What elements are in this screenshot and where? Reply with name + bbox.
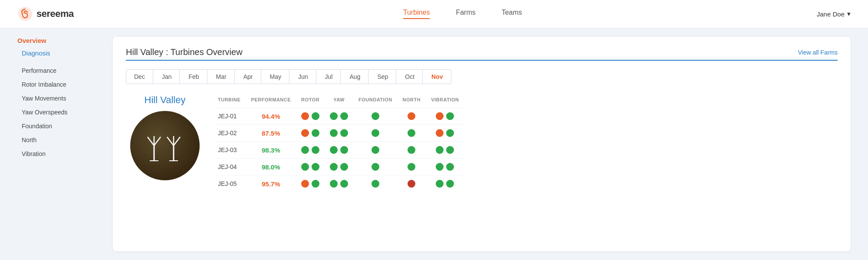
green-dot — [340, 146, 348, 154]
turbine-name[interactable]: JEJ-05 — [213, 176, 246, 192]
table-row: JEJ-0287.5% — [213, 125, 464, 142]
turbine-table: TURBINE PERFORMANCE ROTOR YAW FOUNDATION… — [213, 94, 464, 192]
table-row: JEJ-0398.3% — [213, 142, 464, 159]
green-dot — [340, 112, 348, 120]
rotor-dots — [296, 108, 325, 125]
tab-oct[interactable]: Oct — [397, 70, 423, 84]
green-dot — [301, 163, 309, 171]
view-all-farms-link[interactable]: View all Farms — [798, 49, 838, 56]
tab-dec[interactable]: Dec — [126, 70, 153, 84]
green-dot — [312, 163, 319, 171]
sidebar-item-vibration[interactable]: Vibration — [17, 147, 104, 161]
sidebar-item-foundation[interactable]: Foundation — [17, 119, 104, 133]
north-dots — [398, 125, 426, 142]
sidebar: Overview Diagnosis Performance Rotor Imb… — [17, 37, 104, 251]
green-dot — [312, 129, 319, 137]
rotor-dots — [296, 125, 325, 142]
orange-dot — [436, 129, 444, 137]
yaw-dots — [325, 142, 353, 159]
sidebar-item-yaw-movements[interactable]: Yaw Movements — [17, 91, 104, 105]
tab-nov[interactable]: Nov — [424, 70, 450, 84]
sidebar-overview[interactable]: Overview — [17, 37, 104, 44]
green-dot — [446, 163, 454, 171]
month-tabs: Dec Jan Feb Mar Apr May Jun Jul Aug Sep … — [126, 69, 451, 84]
turbine-name[interactable]: JEJ-03 — [213, 142, 246, 159]
orange-dot — [408, 112, 415, 120]
red-dot — [408, 180, 415, 188]
green-dot — [372, 112, 379, 120]
turbine-table-wrapper: TURBINE PERFORMANCE ROTOR YAW FOUNDATION… — [213, 94, 838, 192]
tab-mar[interactable]: Mar — [208, 70, 235, 84]
content-area: Hill Valley : Turbines Overview View all… — [113, 37, 851, 251]
tab-feb[interactable]: Feb — [181, 70, 207, 84]
green-dot — [446, 129, 454, 137]
turbine-name[interactable]: JEJ-01 — [213, 108, 246, 125]
tab-jul[interactable]: Jul — [317, 70, 341, 84]
nav-turbines[interactable]: Turbines — [403, 9, 430, 19]
sidebar-item-north[interactable]: North — [17, 133, 104, 147]
foundation-dots — [353, 176, 398, 192]
tab-may[interactable]: May — [262, 70, 289, 84]
nav-teams[interactable]: Teams — [502, 9, 522, 19]
vibration-dots — [426, 159, 464, 176]
nav-farms[interactable]: Farms — [456, 9, 475, 19]
page-title: Hill Valley : Turbines Overview — [126, 47, 243, 57]
yaw-dots — [325, 159, 353, 176]
green-dot — [436, 180, 444, 188]
col-header-performance: PERFORMANCE — [246, 94, 296, 108]
green-dot — [408, 146, 415, 154]
vibration-dots — [426, 108, 464, 125]
green-dot — [372, 180, 379, 188]
svg-line-2 — [148, 137, 154, 146]
yaw-dots — [325, 176, 353, 192]
orange-dot — [301, 112, 309, 120]
performance-value: 98.0% — [246, 159, 296, 176]
orange-dot — [436, 112, 444, 120]
orange-dot — [301, 129, 309, 137]
farm-image-area: Hill Valley — [126, 94, 204, 180]
sidebar-item-performance[interactable]: Performance — [17, 64, 104, 78]
rotor-dots — [296, 159, 325, 176]
turbine-name[interactable]: JEJ-04 — [213, 159, 246, 176]
user-name: Jane Doe — [817, 10, 845, 18]
foundation-dots — [353, 142, 398, 159]
vibration-dots — [426, 142, 464, 159]
nav-links: Turbines Farms Teams — [108, 9, 817, 19]
green-dot — [301, 146, 309, 154]
turbine-name[interactable]: JEJ-02 — [213, 125, 246, 142]
user-menu[interactable]: Jane Doe ▾ — [817, 10, 851, 18]
north-dots — [398, 176, 426, 192]
green-dot — [436, 146, 444, 154]
rotor-dots — [296, 142, 325, 159]
col-header-vibration: VIBRATION — [426, 94, 464, 108]
title-divider — [126, 60, 838, 61]
performance-value: 98.3% — [246, 142, 296, 159]
green-dot — [436, 163, 444, 171]
green-dot — [372, 129, 379, 137]
tab-apr[interactable]: Apr — [236, 70, 261, 84]
sereema-logo-icon — [17, 6, 33, 22]
green-dot — [330, 129, 338, 137]
logo-area: sereema — [17, 6, 74, 22]
green-dot — [340, 180, 348, 188]
col-header-turbine: TURBINE — [213, 94, 246, 108]
content-header: Hill Valley : Turbines Overview View all… — [126, 47, 838, 57]
green-dot — [446, 112, 454, 120]
table-row: JEJ-0595.7% — [213, 176, 464, 192]
green-dot — [372, 146, 379, 154]
tab-jun[interactable]: Jun — [290, 70, 316, 84]
svg-line-3 — [154, 137, 161, 146]
tab-jan[interactable]: Jan — [154, 70, 180, 84]
vibration-dots — [426, 176, 464, 192]
green-dot — [446, 146, 454, 154]
tab-aug[interactable]: Aug — [342, 70, 368, 84]
sidebar-item-yaw-overspeeds[interactable]: Yaw Overspeeds — [17, 105, 104, 119]
sidebar-diagnosis[interactable]: Diagnosis — [17, 49, 104, 57]
col-header-foundation: FOUNDATION — [353, 94, 398, 108]
wind-turbines-illustration — [139, 124, 191, 167]
tab-sep[interactable]: Sep — [369, 70, 396, 84]
green-dot — [408, 163, 415, 171]
performance-value: 95.7% — [246, 176, 296, 192]
performance-value: 87.5% — [246, 125, 296, 142]
sidebar-item-rotor-imbalance[interactable]: Rotor Imbalance — [17, 78, 104, 91]
